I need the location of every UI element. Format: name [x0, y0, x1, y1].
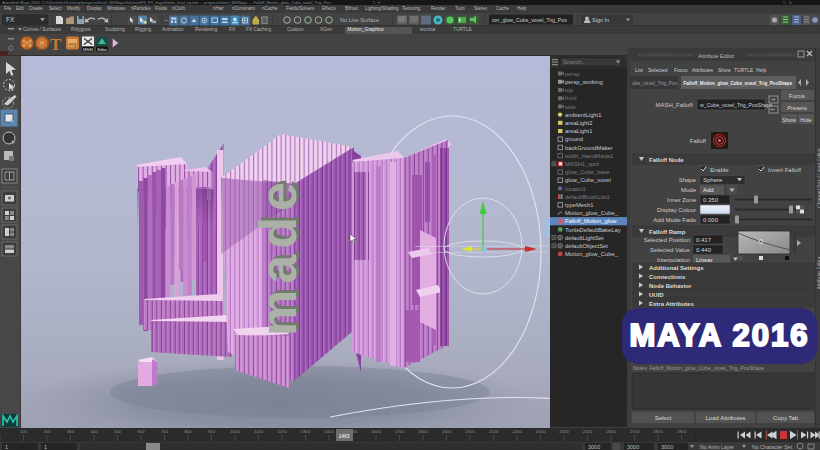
- svg-text:1400: 1400: [324, 429, 334, 434]
- svg-text:Selected: Selected: [648, 67, 668, 73]
- svg-text:1900: 1900: [442, 429, 452, 434]
- svg-text:1300: 1300: [301, 429, 311, 434]
- svg-text:2900: 2900: [677, 429, 687, 434]
- svg-text:No Anim Layer: No Anim Layer: [700, 444, 734, 450]
- svg-text:areaLight1: areaLight1: [565, 128, 592, 134]
- svg-text:2100: 2100: [489, 429, 499, 434]
- svg-text:2600: 2600: [606, 429, 616, 434]
- svg-text:2700: 2700: [630, 429, 640, 434]
- svg-text:made: made: [249, 176, 307, 336]
- svg-text:front: front: [565, 95, 577, 101]
- svg-text:Sign In: Sign In: [592, 17, 609, 23]
- svg-text:Invert Falloff: Invert Falloff: [768, 167, 801, 173]
- svg-text:0.000: 0.000: [703, 217, 719, 223]
- svg-text:Extra Attributes: Extra Attributes: [649, 301, 694, 307]
- svg-text:Motion_glow_Cube_: Motion_glow_Cube_: [565, 210, 619, 216]
- svg-text:600: 600: [137, 429, 145, 434]
- svg-text:w_Cube_voxel_Trig_PosShape: w_Cube_voxel_Trig_PosShape: [700, 102, 773, 108]
- svg-text:List: List: [635, 67, 643, 73]
- svg-text:Attributes: Attributes: [692, 67, 714, 73]
- svg-text:1000: 1000: [230, 429, 240, 434]
- svg-text:defaultObjectSet: defaultObjectSet: [565, 243, 608, 249]
- svg-text:Selected Position: Selected Position: [644, 237, 690, 243]
- svg-text:Focus: Focus: [789, 93, 805, 99]
- svg-text:Enable: Enable: [710, 167, 729, 173]
- svg-text:Mode: Mode: [681, 187, 697, 193]
- svg-text:Add: Add: [703, 187, 714, 193]
- svg-text:2000: 2000: [465, 429, 475, 434]
- svg-text:1800: 1800: [418, 429, 428, 434]
- svg-text:Attribute Editor: Attribute Editor: [698, 53, 735, 59]
- svg-text:MASH1_sprit: MASH1_sprit: [565, 161, 600, 167]
- svg-text:Display Colour: Display Colour: [657, 207, 696, 213]
- svg-text:svg: svg: [69, 41, 77, 47]
- svg-text:Show: Show: [718, 67, 731, 73]
- svg-text:Select: Select: [655, 415, 672, 421]
- svg-text:0.417: 0.417: [696, 237, 712, 243]
- svg-text:Help: Help: [756, 67, 767, 73]
- svg-text:persp_working: persp_working: [565, 79, 603, 85]
- svg-text:UUID: UUID: [649, 292, 664, 298]
- svg-text:Falloff_Motion_glow: Falloff_Motion_glow: [565, 218, 617, 224]
- svg-text:iorr_glow_Cube_voxel_Trig_Pos: iorr_glow_Cube_voxel_Trig_Pos: [492, 17, 567, 23]
- svg-text:Linear: Linear: [696, 257, 713, 263]
- svg-text:Falloff Node: Falloff Node: [649, 157, 684, 163]
- svg-text:0.440: 0.440: [696, 247, 712, 253]
- svg-text:2200: 2200: [512, 429, 522, 434]
- svg-text:Hide: Hide: [800, 117, 811, 123]
- svg-text:ambientLight1: ambientLight1: [565, 112, 601, 118]
- svg-text:ground: ground: [565, 136, 583, 142]
- svg-text:1: 1: [44, 444, 47, 450]
- svg-text:persp: persp: [565, 71, 580, 77]
- svg-text:Attribute Editor: Attribute Editor: [816, 256, 820, 289]
- svg-text:300: 300: [67, 429, 75, 434]
- svg-text:defaultBrushList1: defaultBrushList1: [565, 194, 610, 200]
- svg-text:1600: 1600: [371, 429, 381, 434]
- svg-text:width_HandMade1: width_HandMade1: [564, 153, 613, 159]
- svg-text:Show: Show: [782, 117, 796, 123]
- svg-text:areaLight2: areaLight2: [565, 120, 592, 126]
- svg-text:100: 100: [20, 429, 28, 434]
- svg-text:3000: 3000: [661, 444, 673, 450]
- svg-text:400: 400: [90, 429, 98, 434]
- svg-text:3000: 3000: [627, 444, 639, 450]
- svg-text:2500: 2500: [583, 429, 593, 434]
- svg-text:No Character Set: No Character Set: [752, 444, 793, 450]
- svg-text:Edtor: Edtor: [98, 47, 108, 52]
- svg-text:Node Behavior: Node Behavior: [649, 283, 692, 289]
- svg-text:Motion_glow_Cube_: Motion_glow_Cube_: [565, 251, 619, 257]
- svg-text:top: top: [565, 87, 573, 93]
- svg-text:Additional Settings: Additional Settings: [649, 265, 704, 271]
- svg-text:Shape: Shape: [679, 177, 697, 183]
- svg-text:800: 800: [184, 429, 192, 434]
- svg-text:FX: FX: [6, 16, 15, 23]
- svg-text:Connections: Connections: [649, 274, 686, 280]
- svg-text:Falloff_Motion_glow_Cube_voxel: Falloff_Motion_glow_Cube_voxel_Trig_PosS…: [684, 81, 793, 86]
- svg-text:Presets: Presets: [787, 105, 807, 111]
- svg-text:typeMesh1: typeMesh1: [565, 202, 593, 208]
- svg-text:backGroundMaker: backGroundMaker: [565, 145, 613, 151]
- svg-text:2800: 2800: [653, 429, 663, 434]
- svg-text:Add Mode Fade: Add Mode Fade: [653, 217, 696, 223]
- svg-text:Load Attributes: Load Attributes: [705, 415, 745, 421]
- svg-text:Focus: Focus: [674, 67, 688, 73]
- svg-text:Sphere: Sphere: [703, 177, 723, 183]
- svg-text:TURTLE: TURTLE: [734, 67, 754, 73]
- svg-text:Channel Box / Layer Editor: Channel Box / Layer Editor: [816, 148, 820, 208]
- svg-text:T: T: [50, 35, 62, 54]
- svg-text:Falloff: Falloff: [690, 138, 707, 144]
- svg-text:MASH_Falloff:: MASH_Falloff:: [655, 102, 694, 108]
- svg-text:MStN: MStN: [83, 47, 93, 52]
- svg-text:TurtleDefaultBakeLay: TurtleDefaultBakeLay: [565, 227, 621, 233]
- svg-text:side: side: [565, 104, 576, 110]
- svg-text:200: 200: [43, 429, 51, 434]
- svg-text:2400: 2400: [559, 429, 569, 434]
- svg-text:900: 900: [208, 429, 216, 434]
- svg-text:locator1: locator1: [565, 186, 586, 192]
- svg-text:Inner Zone: Inner Zone: [667, 197, 697, 203]
- svg-text:1: 1: [5, 444, 8, 450]
- svg-text:1100: 1100: [254, 429, 264, 434]
- svg-text:defaultLightSet: defaultLightSet: [565, 235, 604, 241]
- svg-text:Falloff Ramp: Falloff Ramp: [649, 229, 686, 235]
- svg-text:2300: 2300: [536, 429, 546, 434]
